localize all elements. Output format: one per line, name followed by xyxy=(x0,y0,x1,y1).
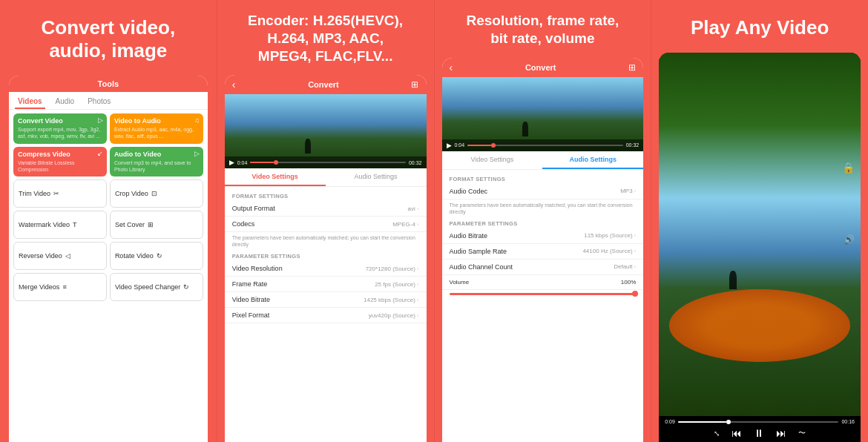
video-to-audio-icon: ♫ xyxy=(194,116,200,124)
chevron-icon-9: › xyxy=(634,248,637,254)
audio-codec-row[interactable]: Audio Codec MP3 › xyxy=(442,184,644,199)
rotate-video-card[interactable]: Rotate Video ↻ xyxy=(110,242,203,270)
chevron-icon-4: › xyxy=(417,281,419,288)
video-overlay-2: ▶ 0:04 00:32 xyxy=(225,156,427,168)
output-format-row[interactable]: Output Format avi › xyxy=(225,201,427,217)
time-end-3: 00:32 xyxy=(626,142,640,148)
tab-audio-settings-3[interactable]: Audio Settings xyxy=(542,151,643,169)
video-controls: 0:09 00:16 ⤡ ⏮ ⏸ ⏭ 〜 xyxy=(659,416,861,442)
set-cover-icon: ⊞ xyxy=(148,221,154,228)
trim-video-card[interactable]: Trim Video ✂ xyxy=(13,179,107,208)
chevron-icon: › xyxy=(417,205,419,212)
lock-icon: 🔒 xyxy=(842,162,855,174)
video-resolution-row[interactable]: Video Resolution 720*1280 (Source) › xyxy=(225,261,427,277)
topbar-icon-2[interactable]: ⊞ xyxy=(411,79,418,90)
vid-time-start: 0:09 xyxy=(665,419,675,424)
auto-note-2: The parameters have been automatically m… xyxy=(225,232,427,250)
audio-sample-value: 44100 Hz (Source) › xyxy=(582,248,636,254)
pixel-format-row[interactable]: Pixel Format yuv420p (Source) › xyxy=(225,308,427,323)
tool-row-3: Trim Video ✂ Crop Video ⊡ xyxy=(13,179,203,208)
audio-video-icon: ▷ xyxy=(194,150,200,157)
panel-convert-tools: Convert video, audio, image Tools Videos… xyxy=(0,0,217,442)
time-start-2: 0:04 xyxy=(237,160,248,165)
trim-icon: ✂ xyxy=(53,190,59,197)
tab-audio-settings-2[interactable]: Audio Settings xyxy=(326,168,427,186)
tools-header: Tools xyxy=(9,76,208,92)
settings-tabs-2: Video Settings Audio Settings xyxy=(225,168,427,187)
reverse-video-card[interactable]: Reverse Video ◁ xyxy=(13,242,107,270)
frame-rate-row[interactable]: Frame Rate 25 fps (Source) › xyxy=(225,277,427,292)
set-cover-card[interactable]: Set Cover ⊞ xyxy=(110,211,203,239)
chevron-icon-2: › xyxy=(417,221,419,228)
progress-bar-3[interactable] xyxy=(467,145,623,146)
panel-encoder: Encoder: H.265(HEVC), H.264, MP3, AAC, M… xyxy=(217,0,434,442)
convert-topbar-2: ‹ Convert ⊞ xyxy=(225,75,427,94)
convert-video-title: Convert Video xyxy=(18,117,102,125)
slider-thumb xyxy=(632,291,638,297)
crop-video-card[interactable]: Crop Video ⊡ xyxy=(110,179,203,208)
format-settings-label-3: FORMAT SETTINGS xyxy=(442,173,644,184)
crop-video-label: Crop Video xyxy=(115,190,148,197)
watermark-video-card[interactable]: Watermark Video T xyxy=(13,211,107,239)
panel4-hero: Play Any Video xyxy=(651,0,868,53)
audio-sample-label: Audio Sample Rate xyxy=(450,248,507,255)
rotate-label: Rotate Video xyxy=(115,252,154,260)
panel2-hero: Encoder: H.265(HEVC), H.264, MP3, AAC, M… xyxy=(217,0,434,75)
waveform-button[interactable]: 〜 xyxy=(798,428,806,438)
audio-bitrate-row[interactable]: Audio Bitrate 115 kbps (Source) › xyxy=(442,228,644,244)
video-resolution-value: 720*1280 (Source) › xyxy=(366,265,419,272)
play-button-3[interactable]: ▶ xyxy=(447,142,452,149)
panel-resolution: Resolution, frame rate, bit rate, volume… xyxy=(434,0,651,442)
trim-video-label: Trim Video xyxy=(19,190,50,197)
audio-channel-row[interactable]: Audio Channel Count Default › xyxy=(442,260,644,275)
volume-icon[interactable]: 🔊 xyxy=(844,234,855,245)
video-to-audio-sub: Extract Audio mp3, aac, m4a, ogg, wav, f… xyxy=(114,126,199,139)
video-bitrate-label: Video Bitrate xyxy=(232,296,270,303)
chevron-icon-3: › xyxy=(417,265,419,272)
codecs-value: MPEG-4 › xyxy=(392,221,418,228)
video-to-audio-card[interactable]: Video to Audio Extract Audio mp3, aac, m… xyxy=(110,113,203,143)
tab-audio[interactable]: Audio xyxy=(53,95,78,109)
video-background: 🔒 🔊 xyxy=(659,53,861,416)
play-pause-button[interactable]: ⏸ xyxy=(754,427,764,439)
codecs-row[interactable]: Codecs MPEG-4 › xyxy=(225,217,427,232)
audio-to-video-card[interactable]: Audio to Video Convert mp3 to mp4, and s… xyxy=(110,147,203,177)
compress-icon: ↙ xyxy=(97,150,103,157)
tab-photos[interactable]: Photos xyxy=(85,95,114,109)
tab-video-settings-3[interactable]: Video Settings xyxy=(442,151,543,169)
vid-progress-fill xyxy=(678,421,726,423)
audio-channel-value: Default › xyxy=(614,263,636,270)
speed-changer-card[interactable]: Video Speed Changer ↻ xyxy=(110,273,203,301)
play-button-2[interactable]: ▶ xyxy=(229,159,234,166)
audio-sample-rate-row[interactable]: Audio Sample Rate 44100 Hz (Source) › xyxy=(442,244,644,260)
back-button-3[interactable]: ‹ xyxy=(450,62,453,73)
expand-button[interactable]: ⤡ xyxy=(714,429,720,438)
video-to-audio-title: Video to Audio xyxy=(114,117,199,125)
progress-bar-2[interactable] xyxy=(250,162,406,163)
convert-topbar-3: ‹ Convert ⊞ xyxy=(442,58,644,77)
convert-video-card[interactable]: Convert Video Support export mp4, mov, 3… xyxy=(13,113,107,143)
volume-row: Volume 100% xyxy=(442,275,644,290)
rewind-button[interactable]: ⏮ xyxy=(731,427,742,439)
chevron-icon-8: › xyxy=(634,232,637,239)
vid-progress-dot xyxy=(726,420,731,424)
pixel-format-value: yuv420p (Source) › xyxy=(369,312,419,319)
volume-slider[interactable] xyxy=(450,293,637,295)
tab-video-settings-2[interactable]: Video Settings xyxy=(225,168,326,186)
merge-videos-card[interactable]: Merge Videos ≡ xyxy=(13,273,107,301)
audio-to-video-sub: Convert mp3 to mp4, and save to Photo Li… xyxy=(114,159,199,173)
convert-video-icon: ▷ xyxy=(98,116,103,124)
merge-icon: ≡ xyxy=(62,283,66,291)
tab-videos[interactable]: Videos xyxy=(15,95,45,109)
rotate-icon: ↻ xyxy=(157,252,162,260)
topbar-icon-3[interactable]: ⊞ xyxy=(628,62,636,73)
format-settings-label-2: FORMAT SETTINGS xyxy=(225,190,427,201)
tool-row-1: Convert Video Support export mp4, mov, 3… xyxy=(13,113,203,143)
tool-row-5: Reverse Video ◁ Rotate Video ↻ xyxy=(13,242,203,270)
back-button-2[interactable]: ‹ xyxy=(232,79,236,90)
compress-video-card[interactable]: Compress Video Variable Bitrate Lossless… xyxy=(13,147,107,177)
forward-button[interactable]: ⏭ xyxy=(776,427,786,439)
vid-progress-track[interactable] xyxy=(678,421,839,423)
video-bitrate-row[interactable]: Video Bitrate 1425 kbps (Source) › xyxy=(225,292,427,308)
tool-row-6: Merge Videos ≡ Video Speed Changer ↻ xyxy=(13,273,203,301)
